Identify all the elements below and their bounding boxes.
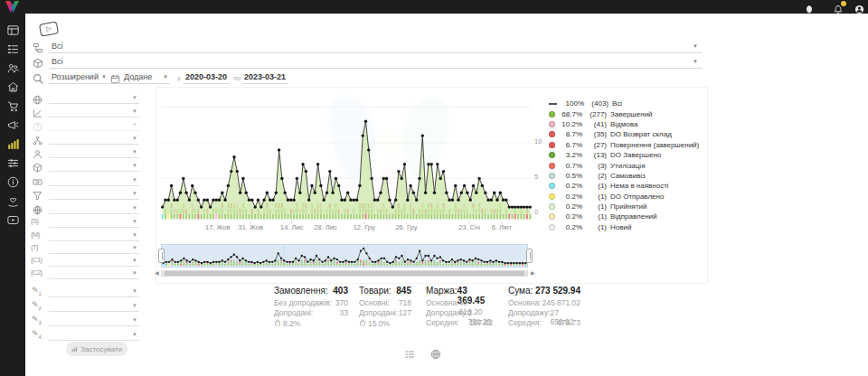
filter-input[interactable]: [49, 171, 139, 172]
chart-navigator[interactable]: [161, 244, 528, 268]
horizontal-scrollbar[interactable]: [161, 270, 528, 277]
legend-count: (1): [582, 223, 607, 231]
chevron-down-icon[interactable]: ▼: [132, 149, 137, 155]
marketing-icon[interactable]: [6, 118, 20, 132]
chevron-down-icon[interactable]: ▼: [132, 95, 137, 100]
legend-item[interactable]: 68.7%(277)Завершений: [549, 108, 704, 118]
legend-percent: 68.7%: [558, 110, 582, 118]
avatar-icon[interactable]: [854, 2, 864, 18]
product-filter-underline[interactable]: [49, 68, 702, 69]
legend-item[interactable]: 8.7%(35)DO Возврат склад: [549, 129, 704, 139]
filter-input[interactable]: [49, 103, 139, 104]
chevron-down-icon[interactable]: ▼: [132, 317, 137, 323]
legend-label: Відправлений: [610, 212, 657, 221]
chevron-down-icon[interactable]: ▼: [132, 303, 137, 308]
filter-input[interactable]: [49, 311, 139, 312]
legend-item[interactable]: 3.2%(13)DO Завершено: [549, 150, 704, 160]
filter-input[interactable]: [49, 240, 139, 241]
filter-input[interactable]: [49, 130, 139, 131]
clients-icon[interactable]: [6, 61, 20, 75]
chevron-down-icon[interactable]: ▼: [132, 205, 137, 211]
legend-count: (35): [582, 130, 607, 138]
legend-item[interactable]: 0.2%(1)Новий: [549, 222, 704, 232]
filter-input[interactable]: [49, 278, 139, 279]
filter-input[interactable]: [49, 253, 139, 254]
legend-item[interactable]: 0.7%(3)Утилізація: [549, 160, 704, 170]
legend-dot-marker: [549, 142, 555, 148]
legend-item[interactable]: 100%(403)Всі: [549, 99, 704, 108]
filter-input[interactable]: [49, 296, 139, 297]
filter-row: ▼: [25, 188, 152, 201]
date-to-underline[interactable]: [242, 83, 288, 84]
legend-item[interactable]: 0.2%(1)Відправлений: [549, 212, 704, 221]
chevron-down-icon[interactable]: ▼: [132, 163, 137, 168]
chevron-down-icon[interactable]: ▼: [101, 74, 107, 80]
navigator-left-handle[interactable]: [158, 249, 165, 263]
store-icon[interactable]: [6, 80, 20, 94]
legend-item[interactable]: 0.2%(1)DO Отправлено: [549, 192, 704, 202]
legend-item[interactable]: 0.2%(1)Прийнятий: [549, 202, 704, 212]
apply-button[interactable]: Застосувати: [66, 342, 127, 356]
dashboard-icon[interactable]: [6, 24, 20, 37]
legend-count: (1): [582, 202, 607, 211]
orders-icon[interactable]: [6, 42, 20, 56]
status-filter-value[interactable]: Всі: [52, 42, 63, 51]
date-from-underline[interactable]: [184, 83, 230, 84]
filter-input[interactable]: [49, 199, 139, 200]
legend-item[interactable]: 0.2%(1)Нема в наявності: [549, 181, 704, 191]
date-to-input[interactable]: 2023-03-21: [244, 72, 286, 81]
chevron-down-icon[interactable]: ▼: [132, 288, 137, 294]
filter-input[interactable]: [49, 325, 139, 326]
legend-item[interactable]: 6.7%(27)Повернення (завершений): [549, 140, 704, 150]
filter-input[interactable]: [49, 117, 139, 118]
chevron-down-icon[interactable]: ▼: [132, 177, 137, 183]
info-icon[interactable]: [6, 175, 20, 189]
filter-input[interactable]: [49, 185, 139, 186]
globe-view-icon[interactable]: [430, 347, 441, 358]
settings-icon[interactable]: [6, 156, 20, 170]
chevron-down-icon[interactable]: ▼: [132, 270, 137, 276]
legend-item[interactable]: 0.5%(2)Самовивіз: [549, 171, 704, 181]
filter-input[interactable]: [49, 266, 139, 267]
legend-item[interactable]: 10.2%(41)Відмова: [549, 119, 704, 129]
scroll-right-arrow[interactable]: ▶: [531, 270, 535, 277]
legend-label: Новий: [610, 223, 631, 231]
chevron-down-icon[interactable]: ▼: [132, 219, 137, 224]
chevron-down-icon[interactable]: ▼: [132, 232, 137, 238]
filter-input[interactable]: [49, 227, 139, 228]
chevron-down-icon[interactable]: ▼: [132, 258, 137, 263]
support-icon[interactable]: [6, 194, 20, 208]
chevron-down-icon[interactable]: ▼: [132, 191, 137, 196]
analytics-icon[interactable]: [6, 137, 20, 151]
chevron-down-icon[interactable]: ▼: [132, 136, 137, 141]
filter-input[interactable]: [49, 213, 139, 214]
chevron-down-icon[interactable]: ▼: [132, 332, 137, 337]
scrollbar-thumb[interactable]: [165, 271, 524, 276]
chevron-down-icon[interactable]: ▼: [132, 245, 137, 250]
navigator-right-handle[interactable]: [526, 249, 533, 263]
cart-icon[interactable]: [6, 99, 20, 113]
main-chart[interactable]: [161, 90, 532, 226]
app-logo-icon[interactable]: [5, 0, 20, 17]
profile-icon[interactable]: [805, 2, 814, 18]
filter-input[interactable]: [49, 157, 139, 158]
chevron-down-icon[interactable]: ▼: [163, 74, 168, 80]
chevron-down-icon[interactable]: ▼: [693, 43, 698, 49]
search-mode-underline[interactable]: [49, 83, 107, 84]
chevron-down-icon[interactable]: ▼: [693, 59, 698, 64]
filter-input[interactable]: [49, 144, 139, 145]
product-filter-value[interactable]: Всі: [52, 57, 63, 66]
status-filter-underline[interactable]: [49, 52, 702, 53]
filter-input[interactable]: [49, 340, 139, 341]
chevron-down-icon[interactable]: ▼: [132, 108, 137, 114]
search-mode-select[interactable]: Розширений: [52, 72, 99, 81]
stat-subrow: Середня:107.62: [426, 318, 493, 328]
list-view-icon[interactable]: [404, 347, 415, 358]
chevron-down-icon[interactable]: ▼: [132, 122, 137, 127]
video-icon[interactable]: [6, 213, 20, 227]
date-from-input[interactable]: 2020-03-20: [185, 72, 227, 81]
date-field-underline[interactable]: [108, 83, 170, 84]
date-field-select[interactable]: Додане: [124, 72, 152, 81]
video-hint-icon[interactable]: ▷: [39, 21, 59, 36]
scroll-left-arrow[interactable]: ◀: [155, 270, 159, 277]
